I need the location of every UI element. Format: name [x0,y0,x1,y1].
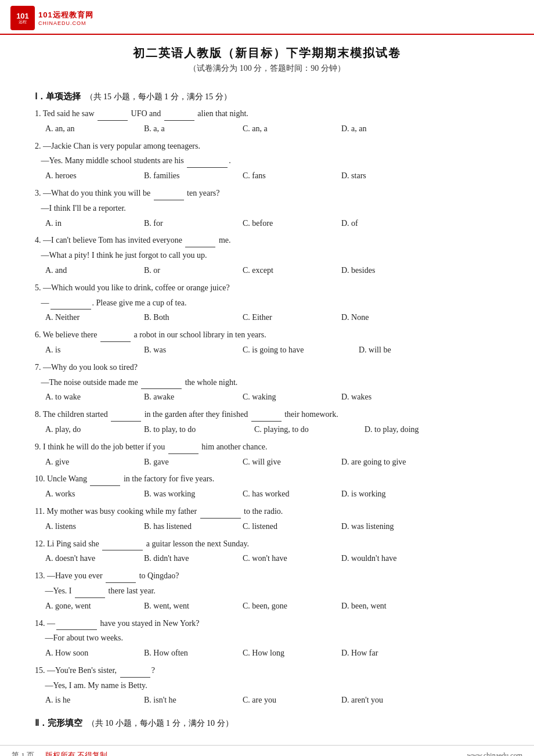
section2-header: Ⅱ．完形填空 （共 10 小题，每小题 1 分，满分 10 分） [35,718,499,729]
question-12: 12. Li Ping said she a guitar lesson the… [35,537,499,566]
question-11: 11. My mother was busy cooking while my … [35,505,499,534]
copyright: 版权所有 不得复制 [45,750,107,756]
question-13: 13. —Have you ever to Qingdao? —Yes. I t… [35,569,499,613]
header: 101 远程 101远程教育网 CHINAEDU.COM [0,0,534,35]
question-9: 9. I think he will do the job better if … [35,440,499,469]
question-1: 1. Ted said he saw UFO and alien that ni… [35,107,499,136]
page-info: 第 1 页 版权所有 不得复制 [12,750,107,756]
question-8: 8. The children started in the garden af… [35,408,499,437]
sub-title: （试卷满分为 100 分，答题时间：90 分钟） [12,63,522,74]
question-5: 5. —Which would you like to drink, coffe… [35,281,499,325]
logo-line2: CHINAEDU.COM [38,20,93,26]
question-4: 4. —I can't believe Tom has invited ever… [35,233,499,277]
page-wrapper: 101 远程 101远程教育网 CHINAEDU.COM 初二英语人教版（新目标… [0,0,534,756]
page-number: 第 1 页 [12,750,34,756]
footer-url: www.chinaedu.com [467,751,522,756]
content: Ⅰ．单项选择 （共 15 小题，每小题 1 分，满分 15 分） 1. Ted … [0,78,534,739]
section1-header: Ⅰ．单项选择 （共 15 小题，每小题 1 分，满分 15 分） [35,91,499,102]
question-3: 3. —What do you think you will be ten ye… [35,186,499,230]
question-7: 7. —Why do you look so tired? —The noise… [35,361,499,404]
logo-icon: 101 远程 [10,6,35,30]
logo-box: 101 远程 101远程教育网 CHINAEDU.COM [10,6,93,30]
question-2: 2. —Jackie Chan is very popular among te… [35,139,499,183]
main-title: 初二英语人教版（新目标）下学期期末模拟试卷 [12,45,522,61]
footer: 第 1 页 版权所有 不得复制 www.chinaedu.com [0,745,534,756]
logo-line1: 101远程教育网 [38,10,93,20]
question-14: 14. — have you stayed in New York? —For … [35,617,499,660]
question-10: 10. Uncle Wang in the factory for five y… [35,472,499,501]
title-area: 初二英语人教版（新目标）下学期期末模拟试卷 （试卷满分为 100 分，答题时间：… [0,35,534,78]
question-6: 6. We believe there a robot in our schoo… [35,328,499,357]
question-15: 15. —You're Ben's sister, ? —Yes, I am. … [35,664,499,707]
logo-text: 101远程教育网 CHINAEDU.COM [38,10,93,26]
